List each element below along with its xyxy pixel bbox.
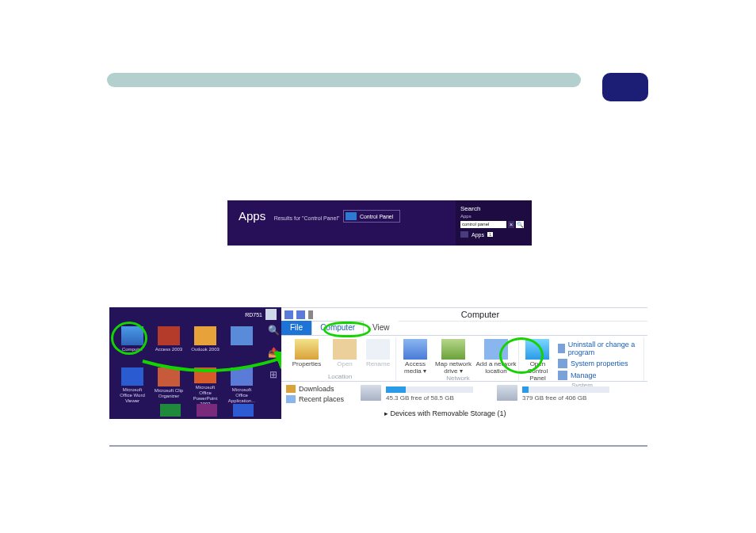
tile-onenote[interactable] xyxy=(190,404,223,418)
app-icon xyxy=(231,326,253,345)
start-user[interactable]: RD751 xyxy=(245,309,277,320)
figure-computer-to-control-panel: RD751 Computer Access 2003 Outlook 2003 … xyxy=(109,307,647,419)
nav-recent-places[interactable]: Recent places xyxy=(286,395,354,403)
link-label: Uninstall or change a program xyxy=(568,341,639,356)
open-button: Open xyxy=(329,339,361,367)
qat-dropdown-icon[interactable] xyxy=(308,310,313,319)
search-header: Search xyxy=(460,205,527,212)
search-category: Apps xyxy=(460,214,527,219)
user-avatar-icon xyxy=(265,309,277,320)
media-icon xyxy=(403,339,427,360)
tile-label: Microsoft Office Word Viewer xyxy=(116,387,148,404)
drive-icon xyxy=(361,385,381,401)
drive-usage-bar xyxy=(386,386,473,393)
start-screen: RD751 Computer Access 2003 Outlook 2003 … xyxy=(109,307,281,419)
tab-computer[interactable]: Computer xyxy=(311,321,364,335)
link-label: Manage xyxy=(571,371,597,379)
search-button[interactable]: 🔍 xyxy=(516,221,524,228)
tab-view[interactable]: View xyxy=(364,321,399,335)
control-panel-icon xyxy=(346,212,357,220)
tile-misc-1[interactable] xyxy=(225,325,258,363)
button-label: Access media ▾ xyxy=(399,360,431,375)
ribbon-group-network: Access media ▾ Map network drive ▾ Add a… xyxy=(398,337,519,381)
tile-label: Microsoft Office PowerPoint 2003 xyxy=(189,385,221,404)
tile-outlook[interactable]: Outlook 2003 xyxy=(189,325,222,363)
removable-storage-section[interactable]: ▸ Devices with Removable Storage (1) xyxy=(384,409,506,417)
search-charm-icon[interactable]: 🔍 xyxy=(268,325,279,336)
tile-access[interactable]: Access 2003 xyxy=(152,325,185,363)
ribbon-group-location: Properties Open Rename Location xyxy=(284,337,396,381)
app-icon xyxy=(233,404,254,417)
apps-subtitle: Results for "Control Panel" xyxy=(274,215,340,221)
header-badge xyxy=(602,73,648,101)
powerpoint-icon xyxy=(194,367,216,383)
button-label: Open xyxy=(337,360,353,367)
start-charm-icon[interactable]: ⊞ xyxy=(268,369,279,380)
search-result-control-panel[interactable]: Control Panel xyxy=(343,210,400,223)
map-drive-icon xyxy=(441,339,465,360)
search-charm-pane: Search Apps control panel × 🔍 Apps 1 xyxy=(456,200,532,246)
rename-button: Rename xyxy=(362,339,394,367)
computer-icon xyxy=(121,326,143,345)
rename-icon xyxy=(366,339,390,360)
search-filter-apps[interactable]: Apps 1 xyxy=(460,231,527,238)
qat-icon[interactable] xyxy=(284,310,293,319)
add-network-location-button[interactable]: Add a network location xyxy=(475,339,517,375)
word-icon xyxy=(121,367,143,386)
network-location-icon xyxy=(484,339,508,360)
tile-word[interactable]: Microsoft Office Word Viewer xyxy=(116,366,149,404)
tile-excel[interactable] xyxy=(154,404,187,418)
nav-label: Recent places xyxy=(299,395,344,403)
filter-count: 1 xyxy=(487,232,493,237)
clear-search-button[interactable]: × xyxy=(508,221,514,228)
link-label: System properties xyxy=(571,360,628,367)
manage-link[interactable]: Manage xyxy=(558,371,639,380)
divider xyxy=(109,445,647,447)
header-bar xyxy=(107,73,581,87)
office-apps-icon xyxy=(231,367,253,386)
system-properties-icon xyxy=(558,359,567,368)
drive-icon xyxy=(497,385,517,401)
control-panel-icon xyxy=(525,339,549,360)
group-label: Location xyxy=(328,373,352,381)
onenote-icon xyxy=(197,404,217,417)
tile-office-apps[interactable]: Microsoft Office Application... xyxy=(225,366,258,404)
tab-file[interactable]: File xyxy=(281,321,311,335)
drive-item[interactable]: 379 GB free of 406 GB xyxy=(497,385,609,415)
button-label: Properties xyxy=(292,360,321,367)
tile-af[interactable] xyxy=(227,404,260,418)
map-network-drive-button[interactable]: Map network drive ▾ xyxy=(433,339,474,375)
open-icon xyxy=(333,339,357,360)
tile-computer[interactable]: Computer xyxy=(116,325,149,363)
system-properties-link[interactable]: System properties xyxy=(558,359,639,368)
recent-places-icon xyxy=(286,395,296,403)
tile-label: Access 2003 xyxy=(155,347,182,352)
uninstall-program-link[interactable]: Uninstall or change a program xyxy=(558,341,639,356)
uninstall-icon xyxy=(558,344,565,353)
nav-downloads[interactable]: Downloads xyxy=(286,385,354,393)
share-charm-icon[interactable]: 📤 xyxy=(268,347,279,358)
ribbon: Properties Open Rename Location Access m… xyxy=(281,336,647,382)
open-control-panel-button[interactable]: Open Control Panel xyxy=(522,339,553,382)
drive-free-text: 379 GB free of 406 GB xyxy=(522,394,609,402)
excel-icon xyxy=(160,404,181,417)
tile-clip-organizer[interactable]: Microsoft Clip Organizer xyxy=(152,366,185,404)
drive-usage-bar xyxy=(522,386,609,393)
apps-title: Apps xyxy=(239,209,265,223)
qat-icon[interactable] xyxy=(296,310,305,319)
search-input[interactable]: control panel xyxy=(460,221,506,228)
tile-label: Outlook 2003 xyxy=(191,347,220,352)
filter-label: Apps xyxy=(472,232,484,238)
search-result-label: Control Panel xyxy=(360,214,393,219)
downloads-icon xyxy=(286,385,296,393)
button-label: Rename xyxy=(366,360,390,367)
nav-pane: Downloads Recent places xyxy=(281,382,357,415)
access-icon xyxy=(158,326,180,345)
tile-label: Microsoft Office Application... xyxy=(226,387,258,404)
explorer-titlebar: Computer xyxy=(281,308,647,322)
tile-powerpoint[interactable]: Microsoft Office PowerPoint 2003 xyxy=(189,366,222,404)
access-media-button[interactable]: Access media ▾ xyxy=(399,339,431,375)
properties-icon xyxy=(295,339,319,360)
button-label: Add a network location xyxy=(475,360,517,375)
properties-button[interactable]: Properties xyxy=(286,339,327,367)
